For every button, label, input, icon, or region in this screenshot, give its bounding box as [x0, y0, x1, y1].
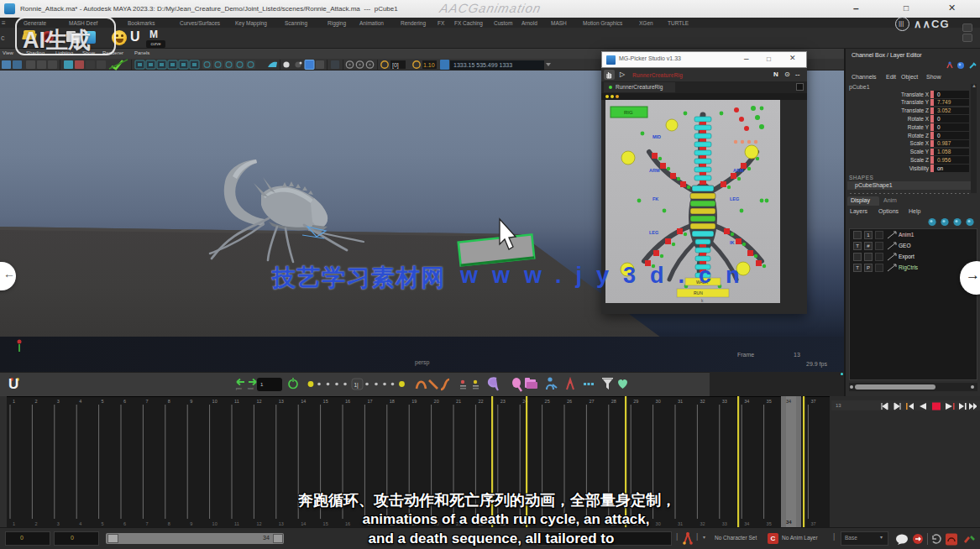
svg-text:next: next: [248, 387, 254, 390]
svg-text:19: 19: [411, 399, 417, 404]
svg-text:23: 23: [500, 399, 506, 404]
svg-text:8: 8: [168, 399, 170, 404]
svg-text:14: 14: [301, 399, 306, 404]
svg-text:2: 2: [34, 399, 37, 404]
svg-text:13: 13: [794, 352, 800, 358]
svg-text:34: 34: [786, 399, 791, 404]
svg-text:k: k: [701, 298, 704, 303]
svg-text:1.10: 1.10: [423, 62, 435, 68]
svg-text:15: 15: [323, 399, 328, 404]
svg-text:37: 37: [810, 399, 815, 404]
svg-text:31: 31: [678, 399, 683, 404]
svg-text:persp: persp: [415, 359, 430, 366]
svg-text:20: 20: [434, 399, 439, 404]
svg-text:35: 35: [767, 399, 772, 404]
svg-text:13: 13: [279, 399, 284, 404]
svg-text:1333.15 535.499 1333: 1333.15 535.499 1333: [453, 62, 512, 68]
svg-text:prev: prev: [236, 387, 242, 390]
svg-text:25: 25: [545, 399, 550, 404]
svg-text:27: 27: [589, 399, 594, 404]
svg-text:29: 29: [633, 399, 638, 404]
svg-text:16: 16: [345, 399, 350, 404]
svg-text:IK: IK: [730, 240, 735, 245]
svg-text:12: 12: [256, 399, 261, 404]
svg-text:22: 22: [478, 399, 483, 404]
svg-text:ARM: ARM: [733, 168, 744, 173]
svg-text:9: 9: [190, 399, 192, 404]
svg-text:28: 28: [611, 399, 616, 404]
svg-text:32: 32: [700, 399, 705, 404]
svg-text:26: 26: [567, 399, 572, 404]
svg-text:29.9 fps: 29.9 fps: [806, 361, 827, 368]
svg-text:30: 30: [656, 399, 661, 404]
svg-text:RUN: RUN: [694, 290, 703, 295]
svg-text:Frame: Frame: [737, 352, 754, 358]
svg-text:17: 17: [367, 399, 372, 404]
svg-text:1|: 1|: [354, 382, 359, 389]
svg-text:3: 3: [57, 399, 60, 404]
svg-text:5: 5: [102, 399, 104, 404]
svg-text:11: 11: [234, 399, 239, 404]
svg-text:10: 10: [212, 399, 217, 404]
svg-text:LEG: LEG: [649, 230, 658, 235]
svg-text:7: 7: [145, 399, 148, 404]
svg-text:LEG: LEG: [730, 196, 739, 201]
svg-text:MID: MID: [652, 134, 661, 139]
svg-text:4: 4: [79, 399, 81, 404]
svg-text:ARM: ARM: [649, 168, 660, 173]
svg-text:18: 18: [390, 399, 395, 404]
svg-text:[0]: [0]: [392, 62, 399, 69]
svg-text:34: 34: [744, 399, 749, 404]
svg-text:RIG: RIG: [624, 110, 633, 115]
svg-text:21: 21: [456, 399, 461, 404]
svg-text:33: 33: [722, 399, 727, 404]
svg-text:FK: FK: [652, 196, 658, 201]
svg-text:6: 6: [123, 399, 126, 404]
svg-text:1: 1: [13, 399, 15, 404]
